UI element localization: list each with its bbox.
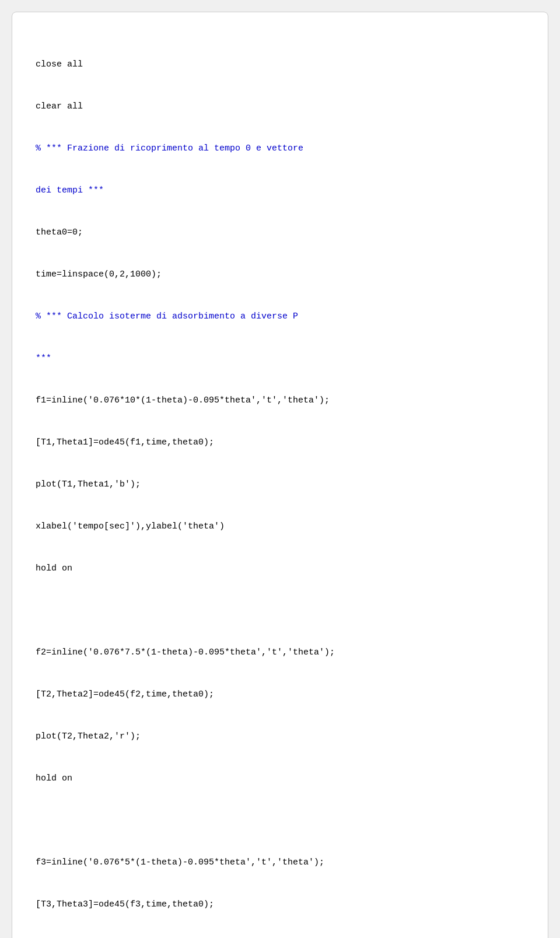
code-line-2: clear all [36,100,524,114]
code-line-5: theta0=0; [36,226,524,240]
code-line-18: f3=inline('0.076*5*(1-theta)-0.095*theta… [36,856,524,870]
code-line-4: dei tempi *** [36,184,524,198]
page-container: close all clear all % *** Frazione di ri… [12,12,548,938]
code-line-14: f2=inline('0.076*7.5*(1-theta)-0.095*the… [36,646,524,660]
code-line-15: [T2,Theta2]=ode45(f2,time,theta0); [36,688,524,702]
code-line-16: plot(T2,Theta2,'r'); [36,730,524,744]
code-line-7: % *** Calcolo isoterme di adsorbimento a… [36,310,524,324]
code-line-1: close all [36,58,524,72]
code-line-3: % *** Frazione di ricoprimento al tempo … [36,142,524,156]
code-line-13: hold on [36,562,524,576]
code-line-6: time=linspace(0,2,1000); [36,268,524,282]
code-line-19: [T3,Theta3]=ode45(f3,time,theta0); [36,898,524,912]
code-line-11: plot(T1,Theta1,'b'); [36,478,524,492]
code-line-10: [T1,Theta1]=ode45(f1,time,theta0); [36,436,524,450]
code-block: close all clear all % *** Frazione di ri… [36,30,524,938]
code-line-8: *** [36,352,524,366]
code-line-17: hold on [36,772,524,786]
blank-line-1 [36,604,524,618]
code-line-12: xlabel('tempo[sec]'),ylabel('theta') [36,520,524,534]
blank-line-2 [36,814,524,828]
code-line-9: f1=inline('0.076*10*(1-theta)-0.095*thet… [36,394,524,408]
